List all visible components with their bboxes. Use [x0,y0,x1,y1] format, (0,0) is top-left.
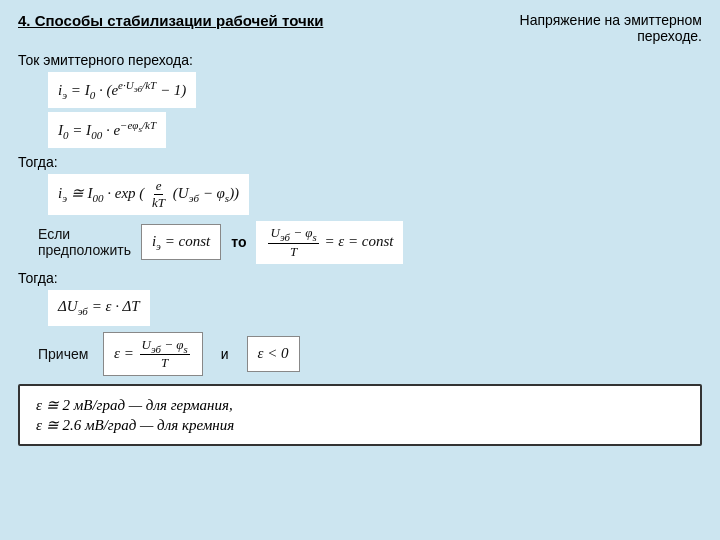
formula-fraction-const: Uэб − φs T = ε = const [256,221,403,264]
page-title: 4. Способы стабилизации рабочей точки [18,12,323,29]
prichem-row: Причем ε = Uэб − φs T и ε < 0 [38,332,702,377]
formula-epsilon-neg: ε < 0 [247,336,300,372]
keyword-to: то [231,234,246,250]
main-page: 4. Способы стабилизации рабочей точки На… [0,0,720,540]
header-row: 4. Способы стабилизации рабочей точки На… [18,12,702,44]
header-subtitle: Напряжение на эмиттерномпереходе. [520,12,702,44]
bottom-line-2: ε ≅ 2.6 мВ/град — для кремния [36,416,684,434]
formula-row-3: iэ ≅ I00 · exp ( e kT (Uэб − φs)) [48,174,702,215]
formula-1: iэ = I0 · (ee·Uэб/kT − 1) [48,72,196,108]
section-esli: Если предположить iэ = const то Uэб − φs… [18,221,702,264]
formula-epsilon-def: ε = Uэб − φs T [103,332,203,377]
label-togda-1: Тогда: [18,154,702,170]
section-prichem: Причем ε = Uэб − φs T и ε < 0 [18,332,702,377]
bottom-line-1: ε ≅ 2 мВ/град — для германия, [36,396,684,414]
section-togda-2: Тогда: ΔUэб = ε · ΔT [18,270,702,326]
label-togda-2: Тогда: [18,270,702,286]
formula-delta: ΔUэб = ε · ΔT [48,290,150,326]
esli-row: Если предположить iэ = const то Uэб − φs… [38,221,702,264]
formula-3: iэ ≅ I00 · exp ( e kT (Uэб − φs)) [48,174,249,215]
formula-2: I0 = I00 · e−eφs/kT [48,112,166,148]
formula-row-2: I0 = I00 · e−eφs/kT [48,112,702,148]
section-emitter-current: Ток эмиттерного перехода: iэ = I0 · (ee·… [18,52,702,148]
formula-row-delta: ΔUэб = ε · ΔT [48,290,702,326]
bottom-values-box: ε ≅ 2 мВ/град — для германия, ε ≅ 2.6 мВ… [18,384,702,446]
formula-iе-const: iэ = const [141,224,221,260]
formula-row-1: iэ = I0 · (ee·Uэб/kT − 1) [48,72,702,108]
label-emitter-current: Ток эмиттерного перехода: [18,52,702,68]
section-togda-1: Тогда: iэ ≅ I00 · exp ( e kT (Uэб − φs)) [18,154,702,215]
label-esli: Если предположить [38,226,131,258]
label-prichem: Причем [38,346,93,362]
keyword-i: и [221,346,229,362]
